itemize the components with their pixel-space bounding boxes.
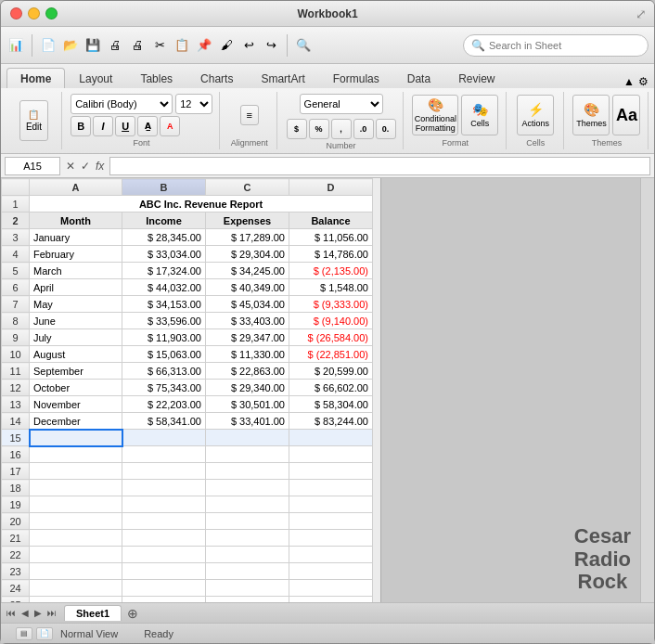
print2-icon[interactable]: 🖨 [128,36,147,55]
tab-charts[interactable]: Charts [186,68,247,88]
report-title[interactable]: ABC Inc. Revenue Report [30,196,373,213]
income-cell[interactable]: $ 34,153.00 [122,296,206,313]
income-cell[interactable]: $ 15,063.00 [122,346,206,363]
minimize-button[interactable] [28,7,40,19]
month-cell[interactable]: April [30,279,122,296]
month-cell[interactable]: December [30,413,122,430]
ribbon-collapse-icon[interactable]: ▲ [623,75,635,88]
month-cell[interactable]: August [30,346,122,363]
actions-button[interactable]: ⚡ Actions [517,95,554,135]
income-cell[interactable]: $ 17,324.00 [122,263,206,279]
add-sheet-button[interactable]: ⊕ [123,606,142,621]
balance-cell[interactable]: $ 83,244.00 [289,413,373,430]
tab-smartart[interactable]: SmartArt [247,68,318,88]
expenses-cell[interactable]: $ 22,863.00 [206,363,289,380]
expenses-cell[interactable]: $ 40,349.00 [206,279,289,296]
month-cell[interactable]: January [30,229,122,246]
comma-button[interactable]: , [331,119,352,139]
expenses-cell[interactable]: $ 17,289.00 [206,229,289,246]
balance-cell[interactable]: $ 11,056.00 [289,229,373,246]
undo-icon[interactable]: ↩ [239,36,258,55]
currency-button[interactable]: $ [287,119,307,139]
open-icon[interactable]: 📂 [61,36,80,55]
balance-cell[interactable]: $ 66,602.00 [289,380,373,396]
aa-button[interactable]: Aa [612,95,640,135]
income-cell[interactable]: $ 44,032.00 [122,279,206,296]
month-cell[interactable]: May [30,296,122,313]
income-cell[interactable]: $ 58,341.00 [122,413,206,430]
expenses-cell[interactable]: $ 33,401.00 [206,413,289,430]
expenses-cell[interactable]: $ 33,403.00 [206,313,289,329]
italic-button[interactable]: I [93,116,113,136]
col-balance-header[interactable]: Balance [289,213,373,229]
income-cell[interactable]: $ 66,313.00 [122,363,206,380]
month-cell[interactable]: November [30,396,122,413]
balance-cell[interactable]: $ (9,333.00) [289,296,373,313]
insert-function-icon[interactable]: fx [94,160,106,173]
vertical-scrollbar[interactable] [640,178,654,602]
redo-icon[interactable]: ↪ [262,36,280,55]
tab-home[interactable]: Home [6,68,65,88]
expenses-cell[interactable]: $ 30,501.00 [206,396,289,413]
selected-cell[interactable] [30,430,122,446]
format-painter-icon[interactable]: 🖌 [217,36,236,55]
highlight-button[interactable]: A̲ [137,116,158,136]
month-cell[interactable]: June [30,313,122,329]
sheet-scroll[interactable]: A B C D 1 ABC Inc. Revenue Report [1,178,380,602]
month-cell[interactable]: September [30,363,122,380]
tab-tables[interactable]: Tables [126,68,186,88]
balance-cell[interactable]: $ (22,851.00) [289,346,373,363]
tab-review[interactable]: Review [444,68,508,88]
normal-view-button[interactable]: ▤ [16,627,32,640]
data-cell[interactable] [122,430,206,446]
paste-button[interactable]: 📋 Edit [19,100,48,141]
data-cell[interactable] [206,430,289,446]
font-color-button[interactable]: A [160,116,180,136]
number-format-select[interactable]: General [300,94,383,114]
col-expenses-header[interactable]: Expenses [206,213,289,229]
income-cell[interactable]: $ 11,903.00 [122,329,206,346]
save-icon[interactable]: 💾 [83,36,102,55]
expenses-cell[interactable]: $ 11,330.00 [206,346,289,363]
cancel-formula-icon[interactable]: ✕ [64,160,77,173]
balance-cell[interactable]: $ 58,304.00 [289,396,373,413]
copy-icon[interactable]: 📋 [173,36,191,55]
search-input[interactable] [489,40,637,51]
styles-button[interactable]: 🎭 Cells [461,95,498,135]
expenses-cell[interactable]: $ 45,034.00 [206,296,289,313]
income-cell[interactable]: $ 22,203.00 [122,396,206,413]
col-income-header[interactable]: Income [122,213,206,229]
ribbon-options-icon[interactable]: ⚙ [638,75,649,88]
underline-button[interactable]: U [115,116,135,136]
increase-decimal-button[interactable]: .0 [353,119,374,139]
tab-formulas[interactable]: Formulas [319,68,393,88]
search-box[interactable]: 🔍 [463,34,649,57]
themes-button[interactable]: 🎨 Themes [572,95,610,135]
resize-icon[interactable]: ⤢ [636,6,647,21]
income-cell[interactable]: $ 33,034.00 [122,246,206,263]
expenses-cell[interactable]: $ 29,347.00 [206,329,289,346]
expenses-cell[interactable]: $ 34,245.00 [206,263,289,279]
expenses-cell[interactable]: $ 29,340.00 [206,380,289,396]
paste-icon[interactable]: 📌 [195,36,213,55]
font-size-select[interactable]: 12 [175,94,212,114]
font-name-select[interactable]: Calibri (Body) [71,94,173,114]
month-cell[interactable]: October [30,380,122,396]
expenses-cell[interactable]: $ 29,304.00 [206,246,289,263]
next-tab-button[interactable]: ▶ [32,608,44,618]
balance-cell[interactable]: $ (9,140.00) [289,313,373,329]
income-cell[interactable]: $ 28,345.00 [122,229,206,246]
income-cell[interactable]: $ 75,343.00 [122,380,206,396]
conditional-formatting-button[interactable]: 🎨 Conditional Formatting [412,95,458,135]
data-cell[interactable] [289,430,373,446]
zoom-icon[interactable]: 🔍 [294,36,313,55]
confirm-formula-icon[interactable]: ✓ [79,160,92,173]
col-b-header[interactable]: B [122,179,206,196]
cut-icon[interactable]: ✂ [150,36,169,55]
percent-button[interactable]: % [309,119,329,139]
first-tab-button[interactable]: ⏮ [5,608,18,618]
balance-cell[interactable]: $ 20,599.00 [289,363,373,380]
page-view-button[interactable]: 📄 [36,627,53,640]
col-a-header[interactable]: A [30,179,122,196]
prev-tab-button[interactable]: ◀ [19,608,31,618]
